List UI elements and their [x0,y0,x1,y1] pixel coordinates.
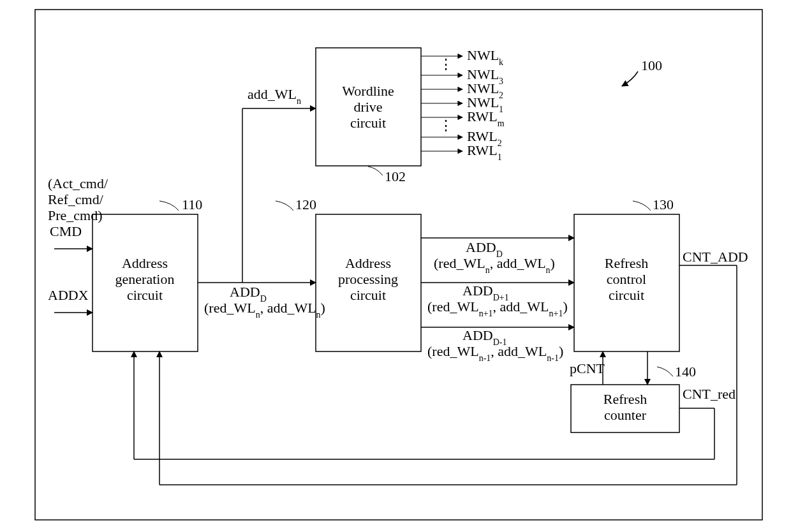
addr-gen-label2: generation [115,271,175,287]
system-number: 100 [641,57,662,73]
addr-proc-label3: circuit [350,287,386,303]
vdots2: ⋮ [439,117,453,133]
wordline-outputs: NWLk ⋮ NWL3 NWL2 NWL1 RWLm ⋮ RWL2 RWL1 [421,47,505,162]
pcnt-label: pCNT [570,360,605,376]
addd-1-paren: (red_WLn-1, add_WLn-1) [427,343,563,363]
svg-text:NWLk: NWLk [467,47,503,67]
addr-proc-label1: Address [345,255,391,271]
block-refresh-control: Refresh control circuit 130 [574,196,679,351]
vdots1: ⋮ [439,56,453,72]
addr-gen-num: 110 [182,196,202,212]
refresh-cnt-num: 140 [675,364,696,380]
addx-label: ADDX [48,287,89,303]
addr-proc-label2: processing [338,271,398,287]
refresh-ctrl-label1: Refresh [605,255,648,271]
svg-text:RWL1: RWL1 [467,142,502,162]
block-diagram: 100 Address generation circuit 110 Wordl… [0,0,791,532]
addd1-paren: (red_WLn+1, add_WLn+1) [427,299,568,318]
refresh-ctrl-num: 130 [653,196,674,212]
refresh-cnt-label1: Refresh [603,391,647,407]
wordline-label1: Wordline [342,83,394,99]
refresh-cnt-label2: counter [604,407,647,423]
block-address-generation: Address generation circuit 110 [92,196,202,351]
refresh-ctrl-label3: circuit [609,287,644,303]
wordline-label3: circuit [350,115,386,131]
cmd-label: CMD [50,223,82,239]
wordline-num: 102 [385,168,406,184]
system-number-leader: 100 [622,57,662,86]
addwln-label: add_WLn [248,86,301,106]
cnt-red-label: CNT_red [683,386,736,402]
block-wordline-drive: Wordline drive circuit 102 [316,48,421,184]
addd-top-paren: (red_WLn, add_WLn) [434,255,555,275]
addr-gen-label1: Address [122,255,168,271]
addr-proc-num: 120 [295,196,316,212]
refresh-ctrl-label2: control [607,271,646,287]
cmd-paren-2: Ref_cmd/ [48,191,104,207]
block-address-processing: Address processing circuit 120 [276,196,421,351]
cnt-add-label: CNT_ADD [683,249,748,265]
cmd-paren-3: Pre_cmd) [48,207,103,223]
cmd-paren-1: (Act_cmd/ [48,175,108,191]
addr-gen-label3: circuit [127,287,163,303]
wordline-label2: drive [353,99,382,115]
addd-paren: (red_WLn, add_WLn) [204,300,325,320]
